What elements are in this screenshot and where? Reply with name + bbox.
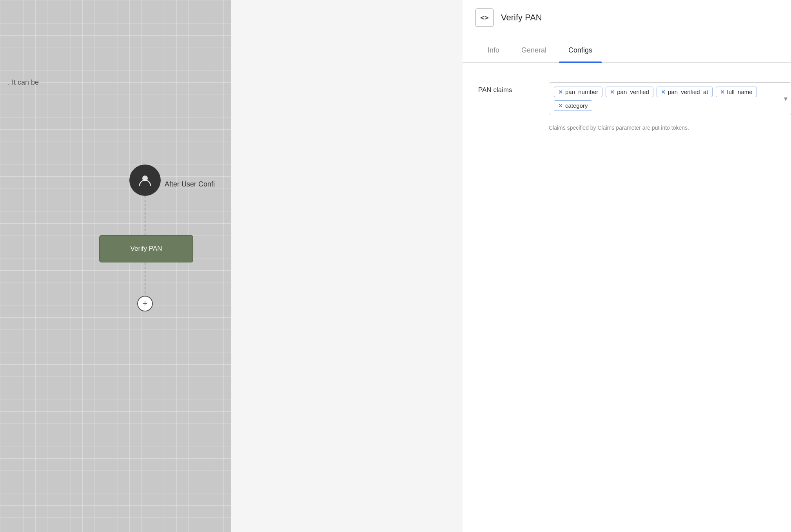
connector-top [145,196,145,235]
dropdown-arrow-icon[interactable]: ▾ [784,94,787,103]
pan-claims-input[interactable]: ✕pan_number✕pan_verified✕pan_verified_at… [549,82,791,115]
connector-bottom [145,262,145,298]
tag-label: pan_number [565,89,598,95]
tag-remove-icon[interactable]: ✕ [720,89,725,95]
tab-bar: Info General Configs [463,35,791,63]
tag-label: pan_verified_at [668,89,708,95]
canvas-area: . It can be After User Confi Verify PAN … [0,0,231,532]
verify-pan-node-label: Verify PAN [131,245,162,253]
node-label: After User Confi [165,180,215,188]
tab-general[interactable]: General [512,35,556,62]
canvas-text: . It can be [8,78,39,87]
tag-label: full_name [727,89,753,95]
panel-body: Info General Configs PAN claims ✕pan_num… [463,35,791,532]
panel-header: <> Verify PAN ✕ [463,0,791,35]
tag-remove-icon[interactable]: ✕ [558,89,563,95]
tab-info[interactable]: Info [478,35,509,62]
user-node [129,165,161,196]
tag-pan_number[interactable]: ✕pan_number [554,87,602,97]
verify-pan-node[interactable]: Verify PAN [99,235,193,262]
side-panel: <> Verify PAN ✕ Info General Configs PAN… [231,0,791,532]
tag-label: category [565,102,588,109]
pan-claims-label: PAN claims [478,82,549,94]
tag-label: pan_verified [617,89,649,95]
panel-title: Verify PAN [501,13,791,23]
tag-remove-icon[interactable]: ✕ [610,89,615,95]
action-buttons: CANCEL SAVE [478,162,791,182]
tag-category[interactable]: ✕category [554,100,592,111]
panel-icon-box: <> [475,8,494,27]
code-icon: <> [480,13,489,22]
tab-configs[interactable]: Configs [559,35,602,62]
tag-remove-icon[interactable]: ✕ [661,89,666,95]
helper-text: Claims specified by Claims parameter are… [549,125,791,131]
pan-claims-row: PAN claims ✕pan_number✕pan_verified✕pan_… [478,82,791,115]
add-step-button[interactable]: + [137,296,153,311]
tag-pan_verified[interactable]: ✕pan_verified [606,87,653,97]
tag-full_name[interactable]: ✕full_name [716,87,757,97]
configs-content: PAN claims ✕pan_number✕pan_verified✕pan_… [463,63,791,201]
tag-remove-icon[interactable]: ✕ [558,103,563,109]
tag-pan_verified_at[interactable]: ✕pan_verified_at [657,87,713,97]
